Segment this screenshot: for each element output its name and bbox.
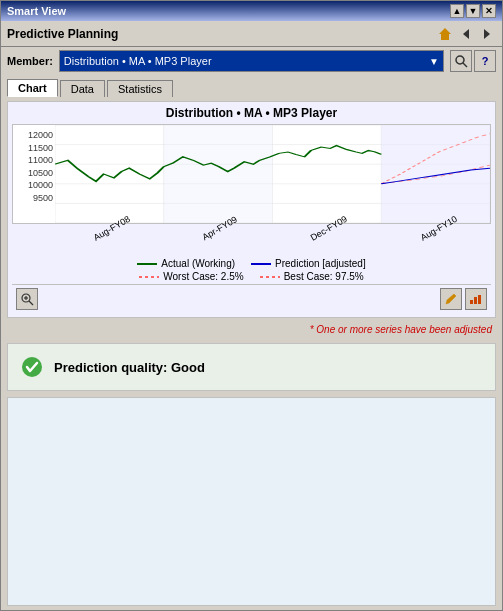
checkmark-icon — [20, 355, 44, 379]
minimize-button[interactable]: ▲ — [450, 4, 464, 18]
legend-prediction: Prediction [adjusted] — [251, 258, 366, 269]
svg-rect-26 — [470, 300, 473, 304]
close-button[interactable]: ✕ — [482, 4, 496, 18]
window-title: Smart View — [7, 5, 66, 17]
home-icon[interactable] — [436, 25, 454, 43]
chart-legend: Actual (Working) Prediction [adjusted] W… — [12, 258, 491, 282]
bottom-spacer — [7, 397, 496, 606]
legend-prediction-line — [251, 263, 271, 265]
member-dropdown[interactable]: Distribution • MA • MP3 Player ▼ — [59, 50, 444, 72]
legend-prediction-label: Prediction [adjusted] — [275, 258, 366, 269]
member-help-icon[interactable]: ? — [474, 50, 496, 72]
svg-line-5 — [463, 63, 467, 67]
x-axis-labels: Aug-FY08 Apr-FY09 Dec-FY09 Aug-FY10 — [12, 224, 491, 254]
svg-rect-19 — [164, 125, 273, 223]
chart-bottom-bar — [12, 284, 491, 313]
title-bar: Smart View ▲ ▼ ✕ — [1, 1, 502, 21]
svg-rect-18 — [381, 125, 490, 223]
y-label-2: 10000 — [28, 180, 53, 190]
chart-panel: Distribution • MA • MP3 Player 12000 115… — [7, 101, 496, 318]
legend-best-line — [260, 276, 280, 278]
legend-actual-line — [137, 263, 157, 265]
y-label-5: 11500 — [28, 143, 53, 153]
chart-area: 12000 11500 11000 10500 10000 9500 — [12, 124, 491, 224]
tab-statistics[interactable]: Statistics — [107, 80, 173, 97]
member-value: Distribution • MA • MP3 Player — [64, 55, 212, 67]
svg-marker-2 — [463, 29, 469, 39]
restore-button[interactable]: ▼ — [466, 4, 480, 18]
legend-actual: Actual (Working) — [137, 258, 235, 269]
app-title: Predictive Planning — [7, 27, 118, 41]
tab-bar: Chart Data Statistics — [7, 79, 496, 97]
dropdown-arrow-icon: ▼ — [429, 56, 439, 67]
main-content: Chart Data Statistics Distribution • MA … — [1, 75, 502, 610]
y-label-6: 12000 — [28, 130, 53, 140]
y-label-3: 10500 — [28, 168, 53, 178]
back-icon[interactable] — [457, 25, 475, 43]
svg-marker-3 — [484, 29, 490, 39]
quality-panel: Prediction quality: Good — [7, 343, 496, 391]
pencil-icon[interactable] — [440, 288, 462, 310]
toolbar: Predictive Planning — [1, 21, 502, 47]
chart-inner — [55, 125, 490, 223]
legend-worst-line — [139, 276, 159, 278]
chart-edit-icons — [440, 288, 487, 310]
chart-svg — [55, 125, 490, 223]
svg-rect-27 — [474, 297, 477, 304]
member-row: Member: Distribution • MA • MP3 Player ▼… — [1, 47, 502, 75]
chart-icon[interactable] — [465, 288, 487, 310]
svg-rect-1 — [443, 36, 447, 40]
title-bar-controls: ▲ ▼ ✕ — [450, 4, 496, 18]
legend-best-label: Best Case: 97.5% — [284, 271, 364, 282]
y-label-1: 9500 — [33, 193, 53, 203]
quality-label: Prediction quality: Good — [54, 360, 205, 375]
y-label-4: 11000 — [28, 155, 53, 165]
legend-worst-label: Worst Case: 2.5% — [163, 271, 243, 282]
tab-chart[interactable]: Chart — [7, 79, 58, 97]
legend-best: Best Case: 97.5% — [260, 271, 364, 282]
chart-title: Distribution • MA • MP3 Player — [12, 106, 491, 120]
adjusted-note: * One or more series have been adjusted — [7, 322, 496, 337]
zoom-button[interactable] — [16, 288, 38, 310]
toolbar-icons — [436, 25, 496, 43]
member-search-icon[interactable] — [450, 50, 472, 72]
member-label: Member: — [7, 55, 53, 67]
svg-point-4 — [456, 56, 464, 64]
legend-row-1: Actual (Working) Prediction [adjusted] — [137, 258, 365, 269]
legend-row-2: Worst Case: 2.5% Best Case: 97.5% — [139, 271, 363, 282]
smart-view-window: Smart View ▲ ▼ ✕ Predictive Planning — [0, 0, 503, 611]
member-action-icons: ? — [450, 50, 496, 72]
tab-data[interactable]: Data — [60, 80, 105, 97]
legend-worst: Worst Case: 2.5% — [139, 271, 243, 282]
svg-marker-24 — [446, 294, 456, 304]
svg-line-21 — [29, 301, 33, 305]
forward-icon[interactable] — [478, 25, 496, 43]
legend-actual-label: Actual (Working) — [161, 258, 235, 269]
y-axis: 12000 11500 11000 10500 10000 9500 — [13, 125, 55, 223]
svg-rect-28 — [478, 295, 481, 304]
